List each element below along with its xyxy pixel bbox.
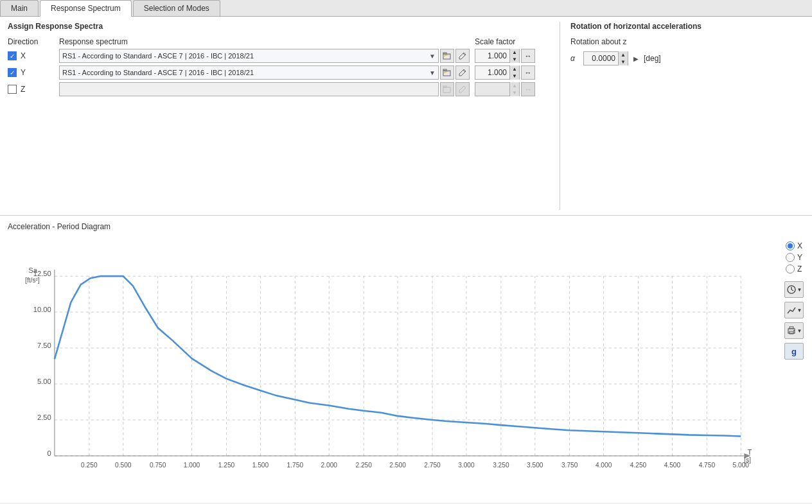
cell-rs-z — [59, 82, 470, 96]
svg-text:3.500: 3.500 — [527, 462, 543, 469]
svg-rect-7 — [443, 86, 446, 87]
sf-spin-up-x[interactable]: ▲ — [510, 49, 519, 56]
svg-text:7.50: 7.50 — [37, 342, 51, 349]
rotation-input[interactable]: 0.0000 ▲ ▼ — [583, 51, 628, 65]
sf-value-x: 1.000 — [475, 51, 509, 60]
svg-text:0.250: 0.250 — [81, 462, 98, 469]
checkbox-y[interactable] — [8, 68, 17, 77]
label-x: X — [21, 51, 26, 60]
svg-text:2.500: 2.500 — [389, 462, 406, 469]
dropdown-arrow-print: ▼ — [797, 328, 802, 334]
radio-x[interactable]: X — [786, 241, 802, 250]
dropdown-x-arrow: ▼ — [429, 53, 436, 60]
g-label: g — [791, 347, 797, 356]
svg-rect-6 — [443, 87, 450, 92]
icon-edit-x2[interactable] — [455, 49, 470, 63]
view-settings-button[interactable]: ▼ — [784, 281, 804, 298]
svg-text:[ft/s²]: [ft/s²] — [25, 277, 40, 284]
icon-edit-z1[interactable] — [440, 82, 454, 96]
checkbox-x[interactable] — [8, 51, 17, 60]
tab-main[interactable]: Main — [0, 0, 39, 16]
chart-toolbar: X Y Z ▼ ▼ — [781, 222, 807, 496]
svg-text:1.750: 1.750 — [287, 462, 304, 469]
sf-arrow-x[interactable]: ↔ — [521, 49, 535, 63]
dropdown-y[interactable]: RS1 - According to Standard - ASCE 7 | 2… — [59, 65, 439, 80]
svg-text:3.750: 3.750 — [561, 462, 578, 469]
sf-value-y: 1.000 — [475, 68, 509, 77]
svg-text:4.750: 4.750 — [699, 462, 716, 469]
chart-type-button[interactable]: ▼ — [784, 302, 804, 318]
sf-spin-y: ▲ ▼ — [509, 65, 519, 80]
assign-section: Assign Response Spectra Direction Respon… — [8, 22, 560, 210]
label-z: Z — [21, 85, 25, 94]
svg-text:1.500: 1.500 — [252, 462, 269, 469]
chart-container: 0 2.50 5.00 7.50 10.00 12.50 Sa [ft/s²] … — [8, 234, 781, 495]
rotation-alpha-label: α — [570, 54, 578, 63]
svg-rect-1 — [443, 53, 446, 54]
svg-text:3.250: 3.250 — [493, 462, 509, 469]
svg-text:0: 0 — [48, 449, 51, 457]
sf-spin-z: ▲ ▼ — [509, 82, 519, 96]
header-scale-factor: Scale factor — [475, 37, 552, 46]
icon-edit-z2[interactable] — [455, 82, 470, 96]
icon-edit-x1[interactable] — [440, 49, 454, 63]
tab-response-spectrum[interactable]: Response Spectrum — [40, 0, 132, 17]
print-icon — [786, 326, 797, 336]
rotation-row: α 0.0000 ▲ ▼ ▶ [deg] — [570, 51, 804, 65]
g-button[interactable]: g — [784, 343, 804, 360]
sf-input-y[interactable]: 1.000 ▲ ▼ — [475, 65, 520, 80]
chart-title: Acceleration - Period Diagram — [8, 222, 781, 231]
sf-spin-down-x[interactable]: ▼ — [510, 56, 519, 63]
svg-text:2.50: 2.50 — [37, 413, 51, 421]
sf-input-x[interactable]: 1.000 ▲ ▼ — [475, 49, 520, 63]
svg-text:3.000: 3.000 — [458, 462, 475, 469]
radio-y[interactable]: Y — [786, 253, 802, 262]
table-header: Direction Response spectrum Scale factor — [8, 37, 552, 46]
table-row: X RS1 - According to Standard - ASCE 7 |… — [8, 49, 552, 63]
rotation-arrow-icon[interactable]: ▶ — [633, 55, 639, 62]
radio-circle-y — [786, 253, 795, 262]
svg-point-74 — [793, 330, 795, 331]
radio-z[interactable]: Z — [786, 265, 802, 274]
radio-group: X Y Z — [786, 241, 802, 274]
tab-selection-modes[interactable]: Selection of Modes — [133, 0, 220, 16]
rotation-value: 0.0000 — [584, 54, 618, 63]
svg-text:10.00: 10.00 — [33, 306, 51, 313]
cell-sf-y: 1.000 ▲ ▼ ↔ — [475, 65, 552, 80]
svg-text:4.000: 4.000 — [596, 462, 612, 469]
print-button[interactable]: ▼ — [784, 322, 804, 339]
checkbox-z[interactable] — [8, 85, 17, 94]
tab-bar: Main Response Spectrum Selection of Mode… — [0, 0, 812, 17]
svg-text:2.250: 2.250 — [355, 462, 372, 469]
svg-text:1.000: 1.000 — [184, 462, 200, 469]
radio-circle-z — [786, 265, 795, 274]
rotation-section: Rotation of horizontal accelerations Rot… — [560, 22, 804, 210]
rotation-spin-up[interactable]: ▲ — [619, 51, 628, 58]
dropdown-x-value: RS1 - According to Standard - ASCE 7 | 2… — [62, 52, 429, 60]
icon-edit-y2[interactable] — [455, 65, 470, 80]
rotation-spin-down[interactable]: ▼ — [619, 58, 628, 65]
chart-area: Acceleration - Period Diagram 0 2.50 5.0… — [8, 222, 781, 496]
dropdown-x[interactable]: RS1 - According to Standard - ASCE 7 | 2… — [59, 49, 439, 63]
svg-text:0.750: 0.750 — [150, 462, 166, 469]
svg-rect-4 — [443, 69, 446, 71]
rotation-spin: ▲ ▼ — [618, 51, 628, 65]
cell-dir-x: X — [8, 51, 59, 60]
svg-text:2.000: 2.000 — [321, 462, 338, 469]
header-spectrum: Response spectrum — [59, 37, 470, 46]
svg-text:2.750: 2.750 — [424, 462, 441, 469]
cell-rs-y: RS1 - According to Standard - ASCE 7 | 2… — [59, 65, 470, 80]
sf-arrow-y[interactable]: ↔ — [521, 65, 535, 80]
label-y: Y — [21, 68, 26, 77]
dropdown-arrow-view: ▼ — [797, 287, 802, 293]
sf-spin-up-y[interactable]: ▲ — [510, 65, 519, 73]
cell-sf-x: 1.000 ▲ ▼ ↔ — [475, 49, 552, 63]
cell-rs-x: RS1 - According to Standard - ASCE 7 | 2… — [59, 49, 470, 63]
dropdown-y-value: RS1 - According to Standard - ASCE 7 | 2… — [62, 69, 429, 76]
table-row: Y RS1 - According to Standard - ASCE 7 |… — [8, 65, 552, 80]
sf-spin-down-y[interactable]: ▼ — [510, 73, 519, 80]
rotation-title: Rotation of horizontal accelerations — [570, 22, 804, 31]
icon-edit-y1[interactable] — [440, 65, 454, 80]
svg-text:0.500: 0.500 — [115, 462, 132, 469]
dropdown-z[interactable] — [59, 82, 439, 96]
